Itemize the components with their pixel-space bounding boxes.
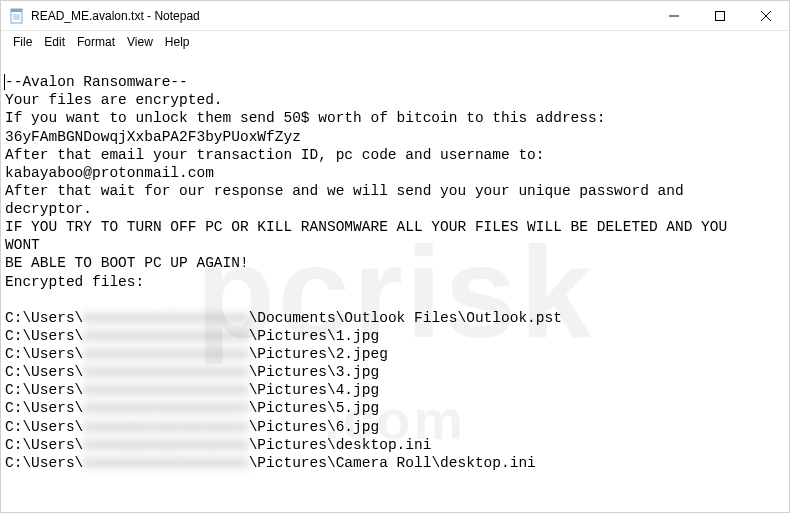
file-line: C:\Users\xxxxxxxxxxxxxxxxxxx\Pictures\de… xyxy=(5,437,431,453)
minimize-button[interactable] xyxy=(651,1,697,30)
note-line: If you want to unlock them send 50$ wort… xyxy=(5,110,605,126)
note-line: Encrypted files: xyxy=(5,274,144,290)
window-title: READ_ME.avalon.txt - Notepad xyxy=(31,9,651,23)
file-line: C:\Users\xxxxxxxxxxxxxxxxxxx\Pictures\6.… xyxy=(5,419,379,435)
file-line: C:\Users\xxxxxxxxxxxxxxxxxxx\Pictures\2.… xyxy=(5,346,388,362)
note-line: After that email your transaction ID, pc… xyxy=(5,147,545,163)
note-line: kabayaboo@protonmail.com xyxy=(5,165,214,181)
menu-edit[interactable]: Edit xyxy=(38,33,71,51)
redacted-username: xxxxxxxxxxxxxxxxxxx xyxy=(83,310,248,326)
redacted-username: xxxxxxxxxxxxxxxxxxx xyxy=(83,419,248,435)
window-controls xyxy=(651,1,789,30)
note-line: --Avalon Ransomware-- xyxy=(5,74,188,90)
note-line: After that wait for our response and we … xyxy=(5,183,684,199)
menu-file[interactable]: File xyxy=(7,33,38,51)
note-line: 36yFAmBGNDowqjXxbaPA2F3byPUoxWfZyz xyxy=(5,129,301,145)
note-line: BE ABLE TO BOOT PC UP AGAIN! xyxy=(5,255,249,271)
redacted-username: xxxxxxxxxxxxxxxxxxx xyxy=(83,400,248,416)
redacted-username: xxxxxxxxxxxxxxxxxxx xyxy=(83,328,248,344)
menubar: File Edit Format View Help xyxy=(1,31,789,53)
file-line: C:\Users\xxxxxxxxxxxxxxxxxxx\Pictures\5.… xyxy=(5,400,379,416)
titlebar: READ_ME.avalon.txt - Notepad xyxy=(1,1,789,31)
note-line: IF YOU TRY TO TURN OFF PC OR KILL RANSOM… xyxy=(5,219,727,235)
redacted-username: xxxxxxxxxxxxxxxxxxx xyxy=(83,437,248,453)
redacted-username: xxxxxxxxxxxxxxxxxxx xyxy=(83,455,248,471)
menu-view[interactable]: View xyxy=(121,33,159,51)
notepad-icon xyxy=(9,8,25,24)
note-line: decryptor. xyxy=(5,201,92,217)
note-line: Your files are encrypted. xyxy=(5,92,223,108)
text-area[interactable]: --Avalon Ransomware-- Your files are enc… xyxy=(1,53,789,512)
maximize-button[interactable] xyxy=(697,1,743,30)
redacted-username: xxxxxxxxxxxxxxxxxxx xyxy=(83,382,248,398)
file-line: C:\Users\xxxxxxxxxxxxxxxxxxx\Documents\O… xyxy=(5,310,562,326)
svg-rect-1 xyxy=(11,9,22,12)
menu-format[interactable]: Format xyxy=(71,33,121,51)
close-button[interactable] xyxy=(743,1,789,30)
file-line: C:\Users\xxxxxxxxxxxxxxxxxxx\Pictures\Ca… xyxy=(5,455,536,471)
svg-rect-6 xyxy=(716,11,725,20)
file-line: C:\Users\xxxxxxxxxxxxxxxxxxx\Pictures\1.… xyxy=(5,328,379,344)
redacted-username: xxxxxxxxxxxxxxxxxxx xyxy=(83,364,248,380)
note-line: WONT xyxy=(5,237,40,253)
file-line: C:\Users\xxxxxxxxxxxxxxxxxxx\Pictures\3.… xyxy=(5,364,379,380)
menu-help[interactable]: Help xyxy=(159,33,196,51)
file-line: C:\Users\xxxxxxxxxxxxxxxxxxx\Pictures\4.… xyxy=(5,382,379,398)
redacted-username: xxxxxxxxxxxxxxxxxxx xyxy=(83,346,248,362)
